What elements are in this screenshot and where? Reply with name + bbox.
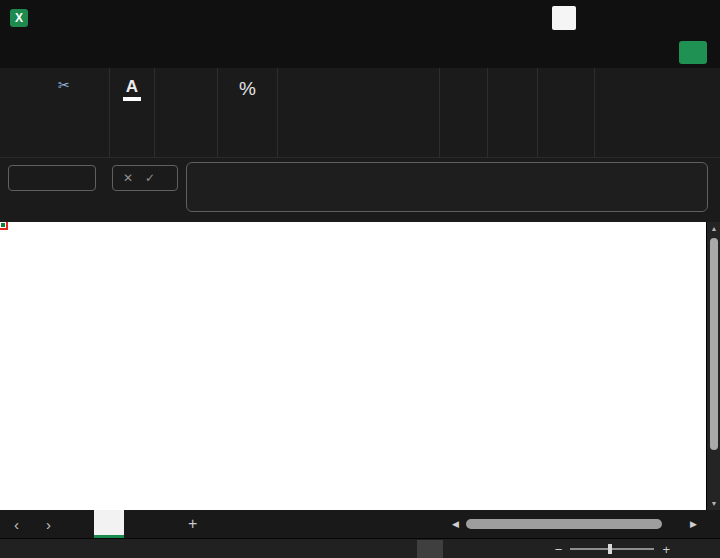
fill-handle[interactable] bbox=[0, 222, 6, 228]
previous-sheet-icon[interactable]: ‹ bbox=[14, 510, 19, 538]
maximize-icon[interactable] bbox=[642, 8, 662, 28]
hscroll-right-icon[interactable]: ▶ bbox=[690, 510, 697, 538]
cancel-icon[interactable]: ✕ bbox=[123, 171, 133, 185]
zoom-in-button[interactable]: + bbox=[662, 542, 670, 557]
styles-group bbox=[278, 68, 440, 157]
formula-bar: ✕ ✓ bbox=[0, 158, 720, 222]
sheet-tab-sheet1[interactable] bbox=[94, 510, 124, 538]
formula-input[interactable] bbox=[186, 162, 708, 212]
cut-button[interactable]: ✂ bbox=[58, 77, 70, 93]
horizontal-scrollbar-thumb[interactable] bbox=[466, 519, 662, 529]
addins-group[interactable] bbox=[538, 68, 595, 157]
view-page-break-icon[interactable] bbox=[509, 540, 535, 558]
scroll-up-icon[interactable]: ▲ bbox=[707, 225, 720, 232]
clipboard-group: ✂ bbox=[0, 68, 110, 157]
sign-in-button[interactable] bbox=[552, 6, 576, 30]
sheet-tab-bar: ‹ › + ◀ ▶ bbox=[0, 510, 720, 538]
font-icon: A bbox=[123, 77, 141, 101]
editing-group[interactable] bbox=[488, 68, 538, 157]
cell-styles-button[interactable] bbox=[278, 121, 439, 145]
alignment-group[interactable] bbox=[155, 68, 218, 157]
enter-icon[interactable]: ✓ bbox=[145, 171, 155, 185]
title-bar: X bbox=[0, 0, 720, 36]
name-box[interactable] bbox=[8, 165, 96, 191]
paste-button[interactable] bbox=[10, 74, 54, 76]
share-button[interactable] bbox=[679, 41, 707, 64]
title-bar-right bbox=[502, 6, 720, 30]
hscroll-left-icon[interactable]: ◀ bbox=[452, 510, 459, 538]
close-icon[interactable] bbox=[686, 8, 706, 28]
excel-window: X ✂ bbox=[0, 0, 720, 558]
view-normal-icon[interactable] bbox=[417, 540, 443, 558]
format-as-table-button[interactable] bbox=[278, 97, 439, 121]
ribbon: ✂ A % bbox=[0, 68, 720, 158]
spreadsheet-grid bbox=[0, 222, 706, 510]
ribbon-tab-bar bbox=[0, 36, 720, 68]
zoom-slider[interactable] bbox=[570, 548, 654, 550]
vertical-scrollbar-thumb[interactable] bbox=[710, 238, 718, 450]
status-bar: − + bbox=[0, 538, 720, 558]
minimize-icon[interactable] bbox=[598, 8, 618, 28]
next-sheet-icon[interactable]: › bbox=[46, 510, 51, 538]
number-group[interactable]: % bbox=[218, 68, 278, 157]
sheet-area: ▲ ▼ bbox=[0, 222, 720, 510]
add-sheet-button[interactable]: + bbox=[188, 510, 197, 538]
excel-logo-icon[interactable]: X bbox=[10, 9, 28, 27]
scroll-down-icon[interactable]: ▼ bbox=[707, 500, 720, 507]
vertical-scrollbar[interactable]: ▲ ▼ bbox=[706, 222, 720, 510]
zoom-out-button[interactable]: − bbox=[555, 542, 563, 557]
view-page-layout-icon[interactable] bbox=[463, 540, 489, 558]
zoom-slider-thumb[interactable] bbox=[608, 544, 612, 554]
percent-icon: % bbox=[239, 78, 256, 100]
scissors-icon: ✂ bbox=[58, 77, 70, 93]
conditional-formatting-button[interactable] bbox=[278, 73, 439, 97]
font-group[interactable]: A bbox=[110, 68, 155, 157]
cells-group[interactable] bbox=[440, 68, 488, 157]
